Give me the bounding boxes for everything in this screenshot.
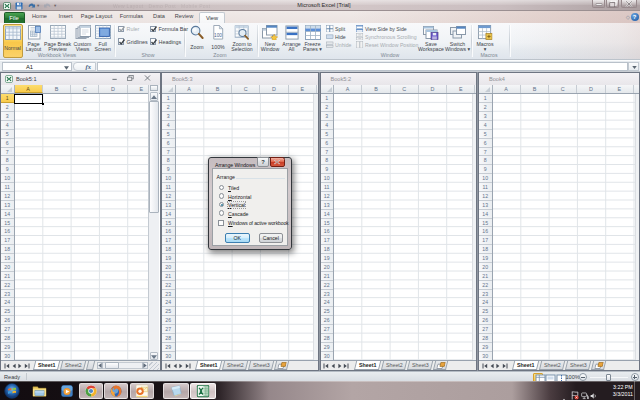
svg-text:100: 100 — [214, 33, 222, 38]
